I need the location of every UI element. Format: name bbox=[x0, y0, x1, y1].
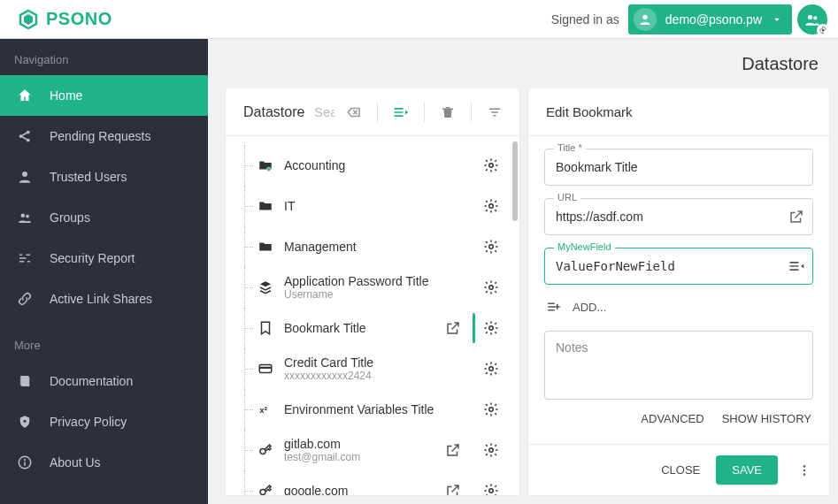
user-menu[interactable]: demo@psono.pw bbox=[628, 4, 792, 34]
tree-item-title: Application Password Title bbox=[284, 274, 465, 288]
folder-icon bbox=[256, 198, 275, 214]
tree-row[interactable]: Bookmark Title bbox=[226, 308, 512, 348]
tree-item-title: Bookmark Title bbox=[284, 321, 441, 335]
item-settings-button[interactable] bbox=[479, 194, 504, 218]
search-input[interactable] bbox=[243, 104, 334, 119]
svg-rect-23 bbox=[259, 367, 272, 369]
svg-point-9 bbox=[22, 172, 27, 177]
notes-field[interactable]: Notes bbox=[544, 331, 813, 400]
svg-point-14 bbox=[24, 459, 26, 461]
add-field-label: ADD... bbox=[573, 301, 606, 314]
sidebar-item-security-report[interactable]: Security Report bbox=[0, 238, 208, 279]
brand-name: PSONO bbox=[46, 9, 112, 29]
custom-input[interactable] bbox=[545, 248, 780, 284]
svg-point-28 bbox=[489, 448, 494, 453]
tree-item-title: gitlab.com bbox=[284, 437, 441, 451]
sidebar-item-home[interactable]: Home bbox=[0, 75, 208, 116]
svg-point-11 bbox=[26, 215, 29, 218]
trash-button[interactable] bbox=[435, 100, 460, 125]
key-icon bbox=[256, 483, 275, 495]
sidebar-item-documentation[interactable]: Documentation bbox=[0, 361, 208, 401]
sidebar-item-label: About Us bbox=[50, 455, 101, 470]
brand-logo[interactable]: PSONO bbox=[18, 9, 112, 30]
tree-row[interactable]: x² Environment Variables Title bbox=[226, 389, 512, 430]
svg-point-3 bbox=[808, 15, 812, 19]
open-item-button[interactable] bbox=[441, 438, 465, 462]
svg-point-16 bbox=[267, 167, 272, 172]
logo-icon bbox=[18, 9, 39, 30]
open-url-button[interactable] bbox=[780, 201, 812, 233]
filter-button[interactable] bbox=[482, 100, 507, 125]
tree-item-title: Management bbox=[284, 240, 465, 254]
new-item-button[interactable] bbox=[388, 100, 413, 125]
sidebar-item-label: Pending Requests bbox=[50, 129, 150, 143]
svg-point-33 bbox=[803, 473, 806, 476]
tree-item-title: IT bbox=[284, 199, 465, 213]
close-button[interactable]: CLOSE bbox=[661, 463, 700, 477]
team-settings-button[interactable] bbox=[797, 4, 827, 34]
svg-point-20 bbox=[489, 286, 494, 290]
env-icon: x² bbox=[256, 401, 275, 417]
gear-icon bbox=[817, 24, 829, 36]
sidebar-item-groups[interactable]: Groups bbox=[0, 197, 208, 238]
link-icon bbox=[16, 291, 34, 307]
datastore-toolbar: Datastore bbox=[226, 88, 519, 136]
datastore-tree: Accounting IT Management Application Pas… bbox=[226, 136, 519, 495]
save-button[interactable]: SAVE bbox=[716, 455, 778, 485]
folder-icon bbox=[256, 239, 275, 255]
sidebar-item-about-us[interactable]: About Us bbox=[0, 442, 208, 483]
url-input[interactable] bbox=[545, 199, 780, 234]
add-icon bbox=[546, 299, 562, 315]
sidebar-item-pending-requests[interactable]: Pending Requests bbox=[0, 116, 208, 157]
item-settings-button[interactable] bbox=[479, 275, 504, 300]
svg-point-31 bbox=[803, 465, 806, 468]
item-settings-button[interactable] bbox=[479, 234, 504, 259]
signed-in-label: Signed in as bbox=[551, 12, 619, 27]
sidebar-item-label: Active Link Shares bbox=[50, 292, 152, 306]
sidebar-item-label: Groups bbox=[50, 210, 90, 225]
scrollbar[interactable] bbox=[512, 141, 518, 221]
content-area: Datastore Datastore bbox=[208, 39, 838, 504]
sidebar-item-trusted-users[interactable]: Trusted Users bbox=[0, 157, 208, 197]
tree-row[interactable]: Credit Card Title xxxxxxxxxxxx2424 bbox=[226, 348, 512, 389]
item-settings-button[interactable] bbox=[479, 438, 504, 462]
tree-row[interactable]: gitlab.com test@gmail.com bbox=[226, 430, 512, 470]
chevron-down-icon bbox=[771, 13, 783, 26]
tree-item-subtitle: Username bbox=[284, 288, 465, 301]
svg-point-26 bbox=[489, 408, 494, 412]
add-field-button[interactable]: ADD... bbox=[544, 297, 813, 324]
tree-item-title: Accounting bbox=[284, 158, 465, 172]
svg-point-21 bbox=[489, 326, 494, 331]
svg-text:x²: x² bbox=[259, 405, 267, 415]
tree-row[interactable]: IT bbox=[226, 186, 512, 226]
advanced-link[interactable]: ADVANCED bbox=[641, 412, 703, 425]
more-actions-button[interactable] bbox=[794, 460, 815, 481]
tree-row[interactable]: google.com bbox=[226, 470, 512, 495]
tree-row[interactable]: Accounting bbox=[226, 145, 512, 186]
open-item-button[interactable] bbox=[441, 478, 465, 495]
sidebar-item-privacy-policy[interactable]: Privacy Policy bbox=[0, 401, 208, 442]
clear-search-button[interactable] bbox=[342, 100, 366, 125]
item-settings-button[interactable] bbox=[479, 316, 504, 340]
title-input[interactable] bbox=[545, 149, 812, 185]
tree-row[interactable]: Application Password Title Username bbox=[226, 267, 512, 308]
tree-row[interactable]: Management bbox=[226, 226, 512, 267]
item-settings-button[interactable] bbox=[479, 397, 504, 422]
svg-point-12 bbox=[24, 420, 27, 423]
item-settings-button[interactable] bbox=[479, 153, 504, 178]
sidebar-item-active-link-shares[interactable]: Active Link Shares bbox=[0, 279, 208, 319]
open-item-button[interactable] bbox=[441, 316, 465, 340]
item-settings-button[interactable] bbox=[479, 356, 504, 381]
sidebar-item-label: Security Report bbox=[50, 251, 135, 265]
show-history-link[interactable]: SHOW HISTORY bbox=[722, 412, 811, 425]
item-settings-button[interactable] bbox=[479, 478, 504, 495]
notes-label: Notes bbox=[556, 340, 588, 355]
field-title: Title * bbox=[544, 149, 813, 186]
user-email: demo@psono.pw bbox=[665, 12, 762, 27]
svg-point-10 bbox=[21, 214, 26, 218]
field-url: URL bbox=[544, 198, 813, 235]
privacy-icon bbox=[16, 414, 34, 430]
svg-point-24 bbox=[489, 367, 494, 371]
field-menu-button[interactable] bbox=[780, 250, 812, 282]
sidebar-heading-more: More bbox=[0, 319, 208, 361]
